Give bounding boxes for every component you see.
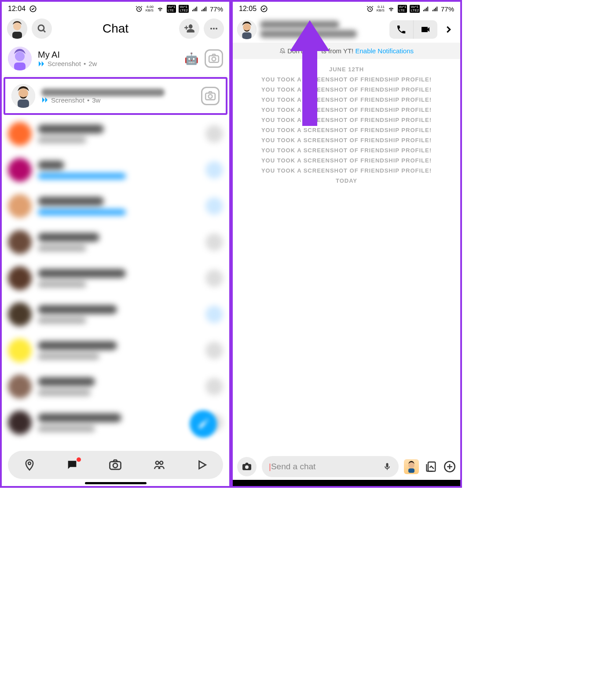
battery-text: 77% [210, 5, 223, 13]
statusbar: 12:05 0.11KB/S Vo^1LTE Vo^1LTE2 77% [233, 2, 460, 16]
camera-shortcut[interactable] [205, 49, 223, 68]
log-line: YOU TOOK A SCREENSHOT OF FRIENDSHIP PROF… [238, 147, 455, 154]
notification-banner[interactable]: Don't misssts from YT! Enable Notificati… [233, 43, 460, 59]
add-icon[interactable] [444, 460, 456, 473]
chat-row-myai[interactable]: My AI Screenshot • 2w 🤖 [2, 41, 229, 76]
svg-point-22 [156, 461, 159, 464]
volte-badge-1: Vo^1LTE [167, 5, 176, 13]
svg-point-23 [160, 461, 163, 464]
log-date: JUNE 12TH [238, 66, 455, 73]
log-line: YOU TOOK A SCREENSHOT OF FRIENDSHIP PROF… [238, 137, 455, 144]
notification-dot [77, 457, 81, 462]
avatar-friend [11, 84, 35, 108]
enable-notifications-link[interactable]: Enable Notifications [355, 47, 414, 55]
chat-row-friend[interactable]: Screenshot • 3w [5, 79, 226, 113]
placeholder-text: Send a chat [271, 462, 315, 471]
data-speed: 6.00KB/S [146, 5, 154, 12]
volte-badge-2: Vo^1LTE2 [179, 5, 189, 13]
alarm-icon [135, 5, 143, 13]
log-line: YOU TOOK A SCREENSHOT OF FRIENDSHIP PROF… [238, 117, 455, 123]
svg-point-31 [408, 462, 414, 468]
chat-subtitle: Screenshot • 3w [41, 96, 195, 104]
gallery-icon[interactable] [425, 460, 437, 473]
add-friend-button[interactable] [179, 18, 199, 39]
chat-name: My AI [38, 50, 178, 60]
video-call-button[interactable] [414, 20, 437, 39]
svg-point-13 [212, 57, 216, 61]
phone-left: 12:04 6.00KB/S Vo^1LTE Vo^1LTE2 77% [0, 0, 231, 488]
svg-rect-28 [242, 32, 251, 39]
signal-icon-1 [422, 6, 429, 12]
check-icon [29, 5, 37, 13]
alarm-icon [366, 5, 374, 13]
chat-text-input[interactable]: |Send a chat [262, 456, 399, 477]
friend-name-blurred [260, 19, 386, 39]
svg-point-5 [38, 25, 44, 31]
nav-stories[interactable] [153, 459, 166, 471]
log-line: YOU TOOK A SCREENSHOT OF FRIENDSHIP PROF… [238, 127, 455, 133]
svg-rect-4 [12, 32, 22, 39]
signal-icon-1 [191, 6, 198, 12]
svg-point-21 [113, 463, 117, 468]
mic-icon[interactable] [383, 461, 392, 472]
signal-icon-2 [432, 6, 438, 12]
screenshot-icon [41, 96, 48, 103]
log-line: YOU TOOK A SCREENSHOT OF FRIENDSHIP PROF… [238, 86, 455, 93]
log-line: YOU TOOK A SCREENSHOT OF FRIENDSHIP PROF… [238, 107, 455, 113]
chat-name-blurred [41, 88, 195, 96]
bottom-nav [8, 451, 223, 479]
svg-rect-16 [18, 99, 29, 108]
log-line: YOU TOOK A SCREENSHOT OF FRIENDSHIP PROF… [238, 96, 455, 103]
svg-point-30 [245, 465, 249, 469]
svg-point-19 [28, 462, 31, 465]
clock: 12:04 [8, 5, 26, 13]
page-title: Chat [56, 22, 175, 36]
statusbar: 12:04 6.00KB/S Vo^1LTE Vo^1LTE2 77% [2, 2, 229, 16]
svg-point-7 [213, 28, 215, 29]
chat-header: Chat [2, 16, 229, 41]
svg-point-6 [210, 28, 212, 29]
phone-right: 12:05 0.11KB/S Vo^1LTE Vo^1LTE2 77% [231, 0, 462, 488]
blurred-chat-list [2, 116, 229, 441]
volte-badge-2: Vo^1LTE2 [410, 5, 420, 13]
chevron-right-icon[interactable] [441, 25, 456, 34]
home-indicator [85, 482, 147, 484]
svg-point-27 [243, 23, 251, 31]
voice-call-button[interactable] [389, 20, 413, 39]
svg-point-18 [209, 95, 213, 99]
more-button[interactable] [204, 18, 224, 39]
camera-shortcut[interactable] [201, 87, 220, 105]
svg-rect-11 [14, 63, 26, 70]
wifi-icon [156, 5, 164, 13]
avatar-friend [237, 20, 257, 39]
data-speed: 0.11KB/S [377, 5, 385, 12]
nav-map[interactable] [23, 459, 36, 471]
volte-badge-1: Vo^1LTE [398, 5, 407, 13]
clock: 12:05 [239, 5, 257, 13]
nav-spotlight[interactable] [196, 459, 208, 471]
log-line: YOU TOOK A SCREENSHOT OF FRIENDSHIP PROF… [238, 76, 455, 83]
wifi-icon [387, 5, 395, 13]
compose-fab[interactable] [190, 410, 217, 438]
chat-input-bar: |Send a chat [237, 456, 456, 477]
signal-icon-2 [201, 6, 207, 12]
conversation-header[interactable] [233, 16, 460, 43]
nav-chat[interactable] [66, 459, 78, 471]
call-buttons [389, 20, 437, 39]
nav-camera[interactable] [109, 459, 122, 471]
svg-point-15 [18, 88, 28, 98]
chat-subtitle: Screenshot • 2w [38, 60, 178, 67]
log-today: TODAY [238, 177, 455, 184]
svg-rect-32 [408, 468, 414, 473]
svg-point-10 [15, 52, 25, 61]
profile-avatar[interactable] [7, 18, 27, 39]
screenshot-icon [38, 60, 45, 67]
search-button[interactable] [32, 18, 52, 39]
camera-button[interactable] [237, 457, 257, 476]
battery-text: 77% [441, 5, 454, 13]
robot-icon: 🤖 [184, 52, 198, 66]
avatar-myai [8, 47, 32, 70]
bitmoji-sticker-button[interactable] [404, 459, 419, 474]
svg-point-3 [13, 22, 21, 30]
nav-bar-black [233, 480, 460, 486]
